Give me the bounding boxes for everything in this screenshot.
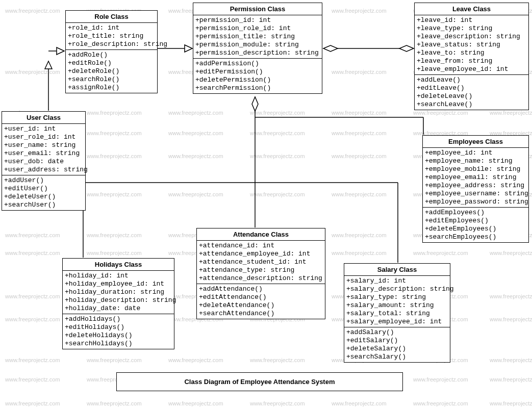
method: +deleteHolidays() (65, 332, 172, 340)
class-user-attrs: +user_id: int +user_role_id: int +user_n… (2, 124, 85, 175)
watermark-text: www.freeprojectz.com (250, 153, 305, 159)
watermark-text: www.freeprojectz.com (5, 316, 60, 322)
class-role-attrs: +role_id: int +role_title: string +role_… (66, 23, 157, 50)
watermark-text: www.freeprojectz.com (490, 376, 532, 382)
attr: +employee_username: string (425, 190, 526, 198)
class-permission-attrs: +permission_id: int +permission_role_id:… (193, 15, 322, 59)
method: +searchHolidays() (65, 340, 172, 348)
watermark-text: www.freeprojectz.com (87, 400, 142, 406)
watermark-text: www.freeprojectz.com (413, 376, 468, 382)
class-holidays-methods: +addHolidays() +editHolidays() +deleteHo… (63, 314, 174, 349)
watermark-text: www.freeprojectz.com (168, 130, 223, 136)
watermark-text: www.freeprojectz.com (5, 376, 60, 382)
attr: +role_description: string (68, 40, 155, 48)
attr: +leave_to: string (417, 49, 526, 57)
watermark-text: www.freeprojectz.com (87, 191, 142, 197)
watermark-text: www.freeprojectz.com (5, 293, 60, 299)
watermark-text: www.freeprojectz.com (332, 250, 387, 256)
method: +addEmployees() (425, 209, 526, 217)
attr: +leave_from: string (417, 57, 526, 65)
watermark-text: www.freeprojectz.com (490, 316, 532, 322)
method: +searchAttendance() (199, 310, 323, 318)
diagram-title: Class Diagram of Employee Attendance Sys… (116, 372, 403, 391)
attr: +user_address: string (4, 166, 83, 174)
watermark-text: www.freeprojectz.com (87, 232, 142, 238)
watermark-text: www.freeprojectz.com (5, 232, 60, 238)
attr: +leave_description: string (417, 33, 526, 41)
class-employees-methods: +addEmployees() +editEmployees() +delete… (423, 208, 528, 242)
watermark-text: www.freeprojectz.com (250, 191, 305, 197)
watermark-text: www.freeprojectz.com (490, 400, 532, 406)
class-permission-title: Permission Class (193, 3, 322, 15)
attr: +employee_mobile: string (425, 165, 526, 173)
watermark-text: www.freeprojectz.com (332, 130, 387, 136)
attr: +salary_employee_id: int (346, 318, 448, 326)
class-salary-methods: +addSalary() +editSalary() +deleteSalary… (344, 327, 450, 362)
class-attendance: Attendance Class +attendance_id: int +at… (196, 228, 325, 319)
watermark-text: www.freeprojectz.com (413, 250, 468, 256)
method: +searchEmployees() (425, 233, 526, 241)
class-role-title: Role Class (66, 11, 157, 23)
method: +editUser() (4, 185, 83, 193)
attr: +holiday_date: date (65, 304, 172, 313)
attr: +salary_description: string (346, 285, 448, 293)
attr: +attendance_id: int (199, 242, 323, 250)
method: +searchPermission() (195, 84, 320, 92)
attr: +employee_email: string (425, 173, 526, 182)
attr: +salary_id: int (346, 277, 448, 285)
method: +editEmployees() (425, 217, 526, 225)
watermark-text: www.freeprojectz.com (250, 400, 305, 406)
method: +deletePermission() (195, 76, 320, 84)
class-holidays-title: Holidays Class (63, 259, 174, 271)
method: +addPermission() (195, 60, 320, 68)
watermark-text: www.freeprojectz.com (332, 69, 387, 75)
class-employees-attrs: +employee_id: int +employee_name: string… (423, 148, 528, 208)
watermark-text: www.freeprojectz.com (490, 293, 532, 299)
method: +editPermission() (195, 68, 320, 76)
watermark-text: www.freeprojectz.com (87, 130, 142, 136)
attr: +permission_role_id: int (195, 24, 320, 33)
attr: +attendance_type: string (199, 266, 323, 274)
class-leave-attrs: +leave_id: int +leave_type: string +leav… (415, 15, 528, 75)
watermark-text: www.freeprojectz.com (87, 110, 142, 116)
method: +addRole() (68, 51, 155, 59)
method: +editAttendance() (199, 293, 323, 301)
method: +addHolidays() (65, 315, 172, 323)
watermark-text: www.freeprojectz.com (168, 110, 223, 116)
watermark-text: www.freeprojectz.com (332, 191, 387, 197)
watermark-text: www.freeprojectz.com (332, 153, 387, 159)
watermark-text: www.freeprojectz.com (332, 232, 387, 238)
attr: +salary_amount: string (346, 301, 448, 310)
watermark-text: www.freeprojectz.com (332, 400, 387, 406)
watermark-text: www.freeprojectz.com (413, 400, 468, 406)
class-role-methods: +addRole() +editRole() +deleteRole() +se… (66, 50, 157, 93)
class-user: User Class +user_id: int +user_role_id: … (2, 111, 86, 211)
class-holidays: Holidays Class +holiday_id: int +holiday… (62, 258, 174, 349)
method: +editRole() (68, 59, 155, 67)
class-role: Role Class +role_id: int +role_title: st… (65, 10, 158, 93)
watermark-text: www.freeprojectz.com (490, 357, 532, 363)
attr: +salary_type: string (346, 293, 448, 301)
svg-marker-10 (252, 97, 258, 111)
method: +deleteAttendance() (199, 301, 323, 310)
class-leave-methods: +addLeave() +editLeave() +deleteLeave() … (415, 75, 528, 110)
class-salary-title: Salary Class (344, 264, 450, 276)
attr: +leave_status: string (417, 41, 526, 49)
method: +addSalary() (346, 328, 448, 337)
method: +editSalary() (346, 337, 448, 345)
watermark-text: www.freeprojectz.com (5, 250, 60, 256)
watermark-text: www.freeprojectz.com (168, 357, 223, 363)
class-attendance-title: Attendance Class (197, 228, 325, 241)
attr: +salary_total: string (346, 310, 448, 318)
class-salary-attrs: +salary_id: int +salary_description: str… (344, 276, 450, 327)
class-attendance-attrs: +attendance_id: int +attendance_employee… (197, 241, 325, 284)
attr: +user_role_id: int (4, 133, 83, 141)
attr: +leave_type: string (417, 24, 526, 33)
method: +assignRole() (68, 84, 155, 92)
class-employees: Employees Class +employee_id: int +emplo… (422, 135, 529, 243)
attr: +employee_id: int (425, 149, 526, 157)
method: +searchRole() (68, 75, 155, 84)
method: +addAttendance() (199, 285, 323, 293)
attr: +user_dob: date (4, 158, 83, 166)
watermark-text: www.freeprojectz.com (250, 110, 305, 116)
